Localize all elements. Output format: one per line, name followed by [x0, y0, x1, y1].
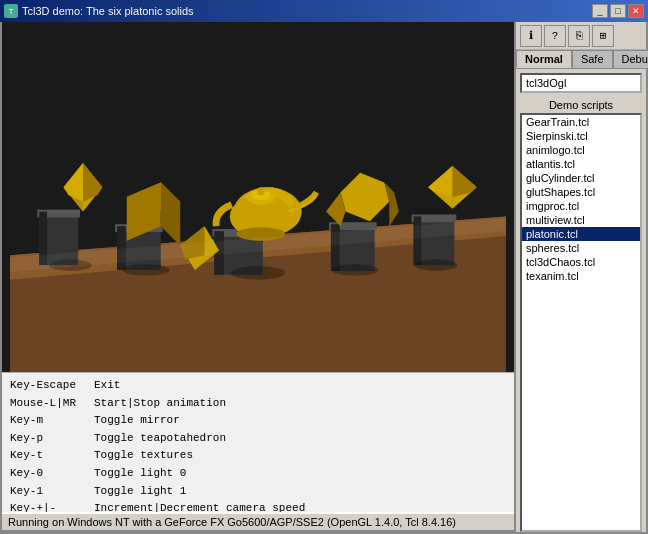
grid-button[interactable]: ⊞	[592, 25, 614, 47]
svg-rect-14	[331, 224, 340, 271]
help-button[interactable]: ?	[544, 25, 566, 47]
svg-point-41	[123, 264, 170, 276]
key-name: Key-t	[10, 447, 90, 465]
ogl-info-box: tcl3dOgl	[520, 73, 642, 93]
demo-item[interactable]: animlogo.tcl	[522, 143, 640, 157]
demo-list[interactable]: GearTrain.tclSierpinski.tclanimlogo.tcla…	[520, 113, 642, 532]
window-title: Tcl3D demo: The six platonic solids	[22, 5, 194, 17]
ogl-label: tcl3dOgl	[526, 77, 566, 89]
demo-item[interactable]: gluCylinder.tcl	[522, 171, 640, 185]
key-line: Key-tToggle textures	[10, 447, 506, 465]
key-desc: Toggle teapotahedron	[94, 430, 226, 448]
key-desc: Exit	[94, 377, 120, 395]
svg-point-30	[257, 187, 265, 195]
demo-item[interactable]: GearTrain.tcl	[522, 115, 640, 129]
key-line: Key-+|-Increment|Decrement camera speed	[10, 500, 506, 512]
copy-button[interactable]: ⎘	[568, 25, 590, 47]
keys-list: Key-EscapeExitMouse-L|MRStart|Stop anima…	[10, 377, 506, 512]
demo-item[interactable]: texanim.tcl	[522, 269, 640, 283]
key-desc: Toggle textures	[94, 447, 193, 465]
key-desc: Toggle light 1	[94, 483, 186, 501]
demo-item[interactable]: Sierpinski.tcl	[522, 129, 640, 143]
main-window: Key-EscapeExitMouse-L|MRStart|Stop anima…	[0, 22, 648, 534]
demo-item[interactable]: spheres.tcl	[522, 241, 640, 255]
demo-scripts-label: Demo scripts	[516, 97, 646, 113]
key-name: Mouse-L|MR	[10, 395, 90, 413]
key-desc: Increment|Decrement camera speed	[94, 500, 305, 512]
key-name: Key-0	[10, 465, 90, 483]
close-button[interactable]: ✕	[628, 4, 644, 18]
key-desc: Toggle mirror	[94, 412, 180, 430]
app-icon: T	[4, 4, 18, 18]
title-bar-buttons: _ □ ✕	[592, 4, 644, 18]
left-panel: Key-EscapeExitMouse-L|MRStart|Stop anima…	[2, 22, 516, 532]
key-name: Key-+|-	[10, 500, 90, 512]
key-line: Key-pToggle teapotahedron	[10, 430, 506, 448]
title-bar-left: T Tcl3D demo: The six platonic solids	[4, 4, 194, 18]
svg-point-44	[415, 259, 458, 271]
status-text: Running on Windows NT with a GeForce FX …	[8, 516, 456, 528]
key-line: Key-0Toggle light 0	[10, 465, 506, 483]
maximize-button[interactable]: □	[610, 4, 626, 18]
key-line: Mouse-L|MRStart|Stop animation	[10, 395, 506, 413]
svg-point-42	[231, 266, 285, 280]
svg-rect-17	[414, 216, 422, 265]
title-bar: T Tcl3D demo: The six platonic solids _ …	[0, 0, 648, 22]
key-desc: Toggle light 0	[94, 465, 186, 483]
toolbar: ℹ ? ⎘ ⊞	[516, 22, 646, 50]
tab-safe[interactable]: Safe	[572, 50, 613, 68]
minimize-button[interactable]: _	[592, 4, 608, 18]
key-name: Key-p	[10, 430, 90, 448]
key-line: Key-EscapeExit	[10, 377, 506, 395]
right-panel: ℹ ? ⎘ ⊞ Normal Safe Debug tcl3dOgl Demo …	[516, 22, 646, 532]
tab-row: Normal Safe Debug	[516, 50, 646, 69]
viewport[interactable]	[2, 22, 514, 372]
key-name: Key-Escape	[10, 377, 90, 395]
keys-panel: Key-EscapeExitMouse-L|MRStart|Stop anima…	[2, 372, 514, 512]
tab-debug[interactable]: Debug	[613, 50, 648, 68]
svg-point-43	[332, 264, 379, 276]
key-name: Key-m	[10, 412, 90, 430]
demo-item[interactable]: glutShapes.tcl	[522, 185, 640, 199]
key-line: Key-mToggle mirror	[10, 412, 506, 430]
scene-svg	[2, 22, 514, 372]
key-name: Key-1	[10, 483, 90, 501]
demo-item[interactable]: platonic.tcl	[522, 227, 640, 241]
demo-item[interactable]: imgproc.tcl	[522, 199, 640, 213]
svg-rect-8	[117, 226, 126, 270]
demo-item[interactable]: multiview.tcl	[522, 213, 640, 227]
status-bar: Running on Windows NT with a GeForce FX …	[2, 512, 514, 532]
demo-item[interactable]: tcl3dChaos.tcl	[522, 255, 640, 269]
tab-normal[interactable]: Normal	[516, 50, 572, 68]
info-button[interactable]: ℹ	[520, 25, 542, 47]
demo-item[interactable]: atlantis.tcl	[522, 157, 640, 171]
key-line: Key-1Toggle light 1	[10, 483, 506, 501]
key-desc: Start|Stop animation	[94, 395, 226, 413]
